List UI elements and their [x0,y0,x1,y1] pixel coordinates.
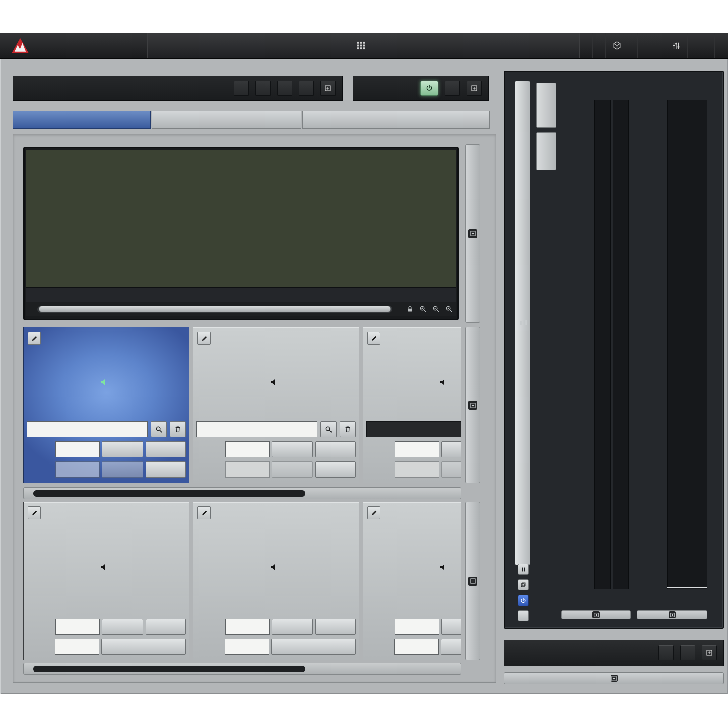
out-meter-right-bar[interactable] [613,100,629,589]
set-button[interactable] [441,441,461,457]
filter-detach-button[interactable] [467,81,482,96]
scroll-thumb[interactable] [33,490,305,497]
waveform-canvas[interactable] [26,150,456,287]
scroll-track[interactable] [37,306,392,313]
alc-button[interactable] [315,441,356,457]
zoom-fit-button[interactable] [444,304,454,314]
midi-button[interactable] [651,33,665,58]
filter-power-button[interactable] [420,81,438,96]
resize-handle-icon[interactable] [468,577,477,586]
slots-row2-vscrollbar[interactable] [465,502,480,660]
rename-button[interactable] [197,332,211,345]
utilities-detach-button[interactable] [702,645,717,660]
scroll-track[interactable] [32,663,453,674]
next-preset-button[interactable] [592,33,605,58]
tab-generate-source[interactable] [302,111,490,129]
detect-button[interactable] [272,461,313,478]
scroll-thumb[interactable] [33,666,305,672]
home-button[interactable] [701,33,714,58]
rename-button[interactable] [28,506,41,519]
set-button[interactable] [441,619,461,635]
detect-button[interactable] [101,639,186,655]
mid-button[interactable] [234,81,249,96]
header-help-button[interactable] [714,33,728,58]
slot-source-3[interactable] [363,502,461,660]
scroll-track[interactable] [32,488,453,499]
meter-help-button[interactable] [518,610,529,621]
gain-value[interactable] [225,441,270,457]
delete-button[interactable] [340,421,356,437]
file-field[interactable] [366,421,461,437]
resize-handle-icon[interactable] [592,611,600,618]
delete-button[interactable] [170,421,186,437]
rename-button[interactable] [197,506,211,519]
alc-button[interactable] [146,441,186,457]
waveform-vscrollbar[interactable] [465,144,480,323]
alc-button[interactable] [315,619,356,635]
slots-row2-hscrollbar[interactable] [23,663,461,675]
gain-value[interactable] [55,619,100,635]
set-button[interactable] [272,619,313,635]
zoom-in-button[interactable] [418,304,428,314]
file-field[interactable] [196,421,317,437]
gain-value[interactable] [225,619,270,635]
logo-area[interactable] [0,33,147,58]
settings-button[interactable] [687,33,701,58]
crest-mode-button[interactable] [536,132,556,170]
random-preset-button[interactable] [605,33,628,58]
browse-button[interactable] [151,421,167,437]
resize-handle-icon[interactable] [669,611,676,618]
detect-button[interactable] [271,639,356,655]
slot-source-1[interactable] [23,502,189,660]
time-ruler[interactable] [26,287,456,302]
gain-value[interactable] [395,619,439,635]
rename-button[interactable] [367,506,380,519]
start-value[interactable] [395,461,439,478]
delay-value[interactable] [394,639,439,655]
tab-compare[interactable] [13,111,151,129]
zoom-out-button[interactable] [431,304,441,314]
set-button[interactable] [272,441,313,457]
meter-pause-button[interactable] [518,564,529,575]
histogram-icon[interactable] [519,316,529,326]
diff-button[interactable] [277,81,292,96]
delay-value[interactable] [55,639,99,655]
channel-config-button[interactable] [665,33,687,58]
slots-row1-vscrollbar[interactable] [465,327,480,483]
sync-button[interactable] [146,461,186,478]
slot-source-2[interactable] [193,502,359,660]
set-button[interactable] [102,619,143,635]
set-button[interactable] [102,441,143,457]
detect-button[interactable] [102,461,143,478]
sync-button[interactable] [315,461,356,478]
utilities-help-button[interactable] [680,645,695,660]
scroll-thumb[interactable] [39,306,391,312]
slot-file-3[interactable] [363,327,461,483]
lr-mode-button[interactable] [637,33,651,58]
detect-button[interactable] [441,461,461,478]
rename-button[interactable] [28,332,41,345]
gain-value[interactable] [55,441,100,457]
slots-row1-hscrollbar[interactable] [23,487,461,499]
delay-value[interactable] [225,639,269,655]
gain-value[interactable] [395,441,439,457]
tab-blind-test[interactable] [152,111,301,129]
resize-handle-icon[interactable] [468,229,477,238]
advanced-detach-button[interactable] [320,81,336,96]
browse-button[interactable] [320,421,337,437]
filter-help-button[interactable] [445,81,460,96]
map-button[interactable] [658,645,674,660]
resize-handle-icon[interactable] [611,675,618,682]
stereo-mode-button[interactable] [536,83,556,128]
lu-meter-scrollbar[interactable] [637,610,707,619]
detect-button[interactable] [441,639,461,655]
slot-test-song[interactable] [23,327,189,483]
rename-button[interactable] [367,332,380,345]
utilities-scrollbar[interactable] [504,672,724,684]
start-value[interactable] [55,461,100,478]
meter-power-button[interactable] [518,595,529,606]
out-meter-left-bar[interactable] [594,100,611,589]
slot-super-song[interactable] [193,327,359,483]
start-value[interactable] [225,461,270,478]
presets-button[interactable] [147,33,580,58]
